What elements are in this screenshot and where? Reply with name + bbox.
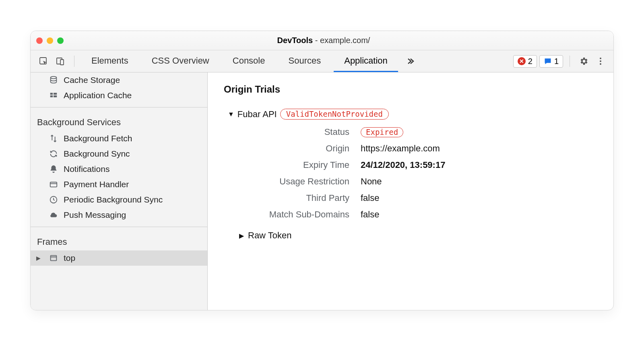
devtools-window: DevTools - example.com/ Elements CSS Ove…	[30, 31, 614, 310]
origin-label: Origin	[236, 143, 361, 154]
token-status-badge: ValidTokenNotProvided	[280, 109, 389, 120]
svg-point-4	[600, 60, 601, 62]
expiry-value: 24/12/2020, 13:59:17	[361, 160, 597, 170]
expand-triangle-icon[interactable]: ▶	[36, 255, 42, 261]
window-title-page: example.com/	[320, 36, 370, 45]
sidebar-separator	[31, 107, 207, 107]
errors-count: 2	[528, 57, 533, 66]
svg-rect-13	[51, 256, 57, 261]
tab-application[interactable]: Application	[334, 50, 398, 72]
sidebar-item-cache-storage[interactable]: Cache Storage	[31, 72, 207, 88]
svg-rect-7	[50, 93, 53, 95]
panel-title: Origin Trials	[224, 84, 597, 95]
sidebar-item-label: top	[64, 253, 75, 263]
frame-icon	[48, 254, 59, 262]
sidebar-separator-2	[31, 227, 207, 227]
sidebar-item-label: Periodic Background Sync	[64, 195, 163, 205]
more-tabs-button[interactable]	[400, 56, 420, 66]
svg-point-3	[600, 58, 601, 59]
messages-badge[interactable]: 1	[539, 55, 563, 68]
panel-body: Cache Storage Application Cache Backgrou…	[31, 72, 613, 310]
sidebar-header-frames: Frames	[31, 231, 207, 250]
message-icon	[544, 57, 552, 65]
sidebar-item-label: Cache Storage	[64, 75, 120, 85]
application-sidebar: Cache Storage Application Cache Backgrou…	[31, 72, 208, 310]
error-icon: ✕	[518, 57, 526, 65]
svg-rect-2	[60, 60, 64, 65]
toolbar-separator-2	[570, 56, 570, 67]
updown-arrows-icon	[48, 134, 59, 143]
third-party-value: false	[361, 193, 597, 203]
maximize-window-button[interactable]	[57, 37, 64, 44]
device-toggle-icon[interactable]	[53, 56, 68, 66]
traffic-lights	[36, 37, 64, 44]
cloud-icon	[48, 211, 59, 219]
sidebar-item-label: Application Cache	[64, 91, 132, 100]
usage-restriction-value: None	[361, 176, 597, 187]
sidebar-item-application-cache[interactable]: Application Cache	[31, 88, 207, 103]
trial-name: Fubar API	[237, 109, 277, 120]
panel-tabs: Elements CSS Overview Console Sources Ap…	[81, 50, 398, 72]
raw-token-row[interactable]: ▶ Raw Token	[239, 230, 597, 241]
sidebar-header-background-services: Background Services	[31, 112, 207, 131]
sidebar-item-label: Background Fetch	[64, 134, 132, 143]
sidebar-item-label: Push Messaging	[64, 210, 126, 220]
sync-icon	[48, 149, 59, 158]
sidebar-item-label: Payment Handler	[64, 180, 129, 189]
svg-point-5	[600, 63, 601, 65]
tab-sources[interactable]: Sources	[278, 50, 331, 72]
trial-details-table: Status Expired Origin https://example.co…	[236, 127, 597, 220]
svg-rect-8	[54, 93, 57, 95]
window-title: DevTools - example.com/	[68, 36, 580, 45]
usage-restriction-label: Usage Restriction	[236, 176, 361, 187]
origin-trials-panel: Origin Trials ▼ Fubar API ValidTokenNotP…	[208, 72, 613, 310]
sidebar-item-frame-top[interactable]: ▶ top	[31, 250, 207, 266]
match-subdomains-label: Match Sub-Domains	[236, 209, 361, 220]
clock-icon	[48, 195, 59, 204]
sidebar-item-background-sync[interactable]: Background Sync	[31, 146, 207, 161]
third-party-label: Third Party	[236, 193, 361, 203]
credit-card-icon	[48, 180, 59, 189]
sidebar-item-label: Background Sync	[64, 149, 130, 159]
close-window-button[interactable]	[36, 37, 43, 44]
sidebar-item-label: Notifications	[64, 164, 109, 174]
status-badge: Expired	[361, 127, 403, 137]
toolbar-separator	[74, 56, 74, 67]
grid-icon	[48, 91, 59, 100]
database-icon	[48, 76, 59, 85]
bell-icon	[48, 165, 59, 174]
disclosure-triangle-icon[interactable]: ▶	[239, 232, 244, 240]
titlebar: DevTools - example.com/	[31, 31, 613, 50]
svg-rect-10	[54, 95, 57, 97]
trial-header-row[interactable]: ▼ Fubar API ValidTokenNotProvided	[224, 106, 597, 127]
tab-css-overview[interactable]: CSS Overview	[141, 50, 220, 72]
match-subdomains-value: false	[361, 209, 597, 220]
sidebar-item-payment-handler[interactable]: Payment Handler	[31, 177, 207, 192]
svg-rect-9	[50, 95, 53, 97]
sidebar-item-push-messaging[interactable]: Push Messaging	[31, 207, 207, 223]
raw-token-label: Raw Token	[248, 230, 291, 241]
inspect-element-icon[interactable]	[36, 56, 51, 66]
tab-console[interactable]: Console	[222, 50, 276, 72]
errors-badge[interactable]: ✕ 2	[513, 55, 537, 68]
origin-value: https://example.com	[361, 143, 597, 154]
window-title-app: DevTools	[277, 36, 313, 45]
svg-point-6	[51, 76, 57, 79]
sidebar-item-background-fetch[interactable]: Background Fetch	[31, 131, 207, 146]
disclosure-triangle-icon[interactable]: ▼	[228, 111, 234, 118]
devtools-toolbar: Elements CSS Overview Console Sources Ap…	[31, 50, 613, 72]
settings-icon[interactable]	[576, 56, 591, 66]
minimize-window-button[interactable]	[47, 37, 53, 44]
svg-rect-11	[50, 182, 57, 187]
messages-count: 1	[554, 57, 559, 66]
sidebar-item-notifications[interactable]: Notifications	[31, 161, 207, 177]
sidebar-item-periodic-background-sync[interactable]: Periodic Background Sync	[31, 192, 207, 207]
kebab-menu-icon[interactable]	[593, 56, 608, 66]
expiry-label: Expiry Time	[236, 160, 361, 170]
status-label: Status	[236, 127, 361, 137]
tab-elements[interactable]: Elements	[81, 50, 139, 72]
